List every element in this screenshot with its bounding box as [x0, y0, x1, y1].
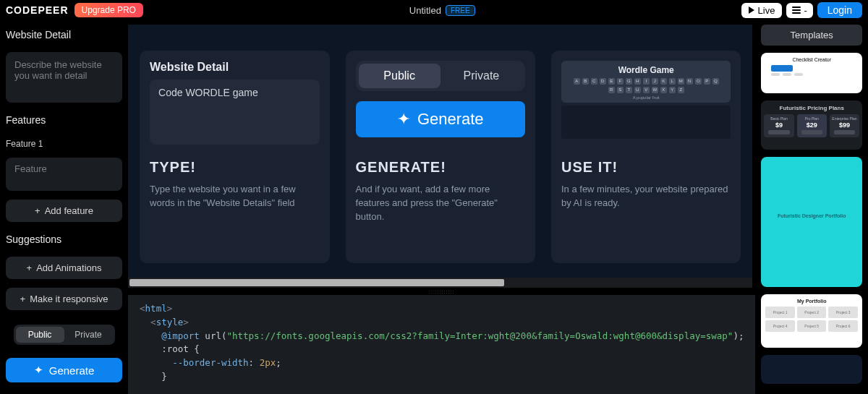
scrollbar-thumb[interactable]	[129, 279, 504, 286]
code-editor[interactable]: <html> <style> @import url("https://font…	[128, 295, 755, 394]
features-heading: Features	[6, 111, 122, 129]
plan-price: $99	[831, 121, 858, 129]
plan-price: $9	[765, 121, 792, 129]
wordle-hint: A popular fruit	[566, 95, 726, 100]
website-detail-input[interactable]: Describe the website you want in detail	[6, 52, 122, 103]
portfolio-cell: Project 4	[765, 320, 795, 332]
add-animations-button[interactable]: + Add Animations	[6, 257, 122, 279]
preview-private: Private	[441, 64, 522, 88]
visibility-private[interactable]: Private	[64, 327, 113, 343]
login-button[interactable]: Login	[817, 2, 862, 18]
add-feature-label: Add feature	[45, 205, 93, 216]
hamburger-icon	[792, 7, 801, 14]
suggestions-heading: Suggestions	[6, 231, 122, 248]
document-title[interactable]: Untitled	[409, 5, 441, 16]
sparkle-icon: ✦	[397, 110, 410, 129]
plan-name: Pro Plan	[799, 116, 825, 121]
template-my-portfolio[interactable]: My Portfolio Project 1 Project 2 Project…	[761, 294, 862, 348]
onboarding-card-useit: Wordle Game ABCDEFGHIJKLMNOPQ RSTUVWXYZ …	[551, 51, 741, 263]
visibility-toggle[interactable]: Public Private	[14, 325, 115, 345]
card-heading: GENERATE!	[356, 159, 525, 176]
plan-name: Basic Plan	[765, 116, 792, 121]
preview-visibility-toggle: Public Private	[356, 61, 525, 91]
plus-icon: +	[20, 294, 26, 304]
portfolio-cell: Project 5	[797, 320, 827, 332]
portfolio-cell: Project 3	[828, 307, 858, 318]
play-icon	[749, 7, 754, 14]
templates-button[interactable]: Templates	[761, 25, 862, 46]
portfolio-cell: Project 6	[828, 320, 858, 332]
card-desc: In a few minutes, your website prepared …	[561, 183, 731, 210]
preview-generate-label: Generate	[417, 110, 484, 129]
template-dark[interactable]	[761, 355, 862, 384]
wordle-grid	[561, 106, 731, 139]
template-thumb-strip	[771, 65, 793, 72]
template-title: Futuristic Pricing Plans	[764, 105, 859, 111]
plan-price: $29	[799, 121, 825, 129]
add-animations-label: Add Animations	[36, 262, 101, 273]
preview-generate-button: ✦ Generate	[356, 101, 525, 137]
preview-wd-label: Website Detail	[150, 61, 319, 74]
portfolio-cell: Project 2	[797, 307, 827, 318]
plus-icon: +	[27, 262, 33, 273]
wordle-preview: Wordle Game ABCDEFGHIJKLMNOPQ RSTUVWXYZ …	[561, 61, 731, 103]
horizontal-scrollbar[interactable]	[128, 278, 752, 288]
card-heading: USE IT!	[561, 159, 731, 176]
generate-button[interactable]: ✦ Generate	[6, 358, 122, 382]
template-checklist[interactable]: Checklist Creator	[761, 53, 862, 93]
upgrade-pro-button[interactable]: Upgrade PRO	[75, 3, 143, 17]
wordle-title: Wordle Game	[566, 65, 726, 75]
template-title: Checklist Creator	[765, 57, 858, 62]
make-responsive-label: Make it responsive	[30, 294, 108, 304]
card-desc: Type the website you want in a few words…	[150, 183, 319, 210]
panel-resize-handle[interactable]: ::::::::::::	[128, 288, 755, 295]
live-label: Live	[758, 5, 775, 16]
wordle-letters: ABCDEFGHIJKLMNOPQ RSTUVWXYZ	[573, 78, 719, 93]
onboarding-card-generate: Public Private ✦ Generate GENERATE! And …	[346, 51, 535, 263]
onboarding-card-type: Website Detail Code WORDLE game TYPE! Ty…	[140, 51, 329, 263]
feature-1-input[interactable]: Feature	[6, 158, 122, 191]
template-title: Futuristic Designer Portfolio	[761, 213, 862, 218]
plus-icon: +	[35, 205, 41, 216]
menu-button[interactable]: -	[786, 3, 812, 18]
template-title: My Portfolio	[765, 299, 858, 304]
sparkle-icon: ✦	[34, 364, 43, 377]
make-responsive-button[interactable]: + Make it responsive	[6, 288, 122, 310]
add-feature-button[interactable]: + Add feature	[6, 200, 122, 222]
card-heading: TYPE!	[150, 159, 319, 176]
card-desc: And if you want, add a few more features…	[356, 183, 525, 224]
visibility-public[interactable]: Public	[16, 327, 64, 343]
menu-dash: -	[804, 5, 807, 16]
portfolio-cell: Project 1	[765, 307, 795, 318]
app-logo: CODEPEER	[6, 4, 69, 16]
website-detail-heading: Website Detail	[6, 26, 122, 43]
template-pricing[interactable]: Futuristic Pricing Plans Basic Plan $9 P…	[761, 100, 862, 150]
preview-wd-input: Code WORDLE game	[150, 80, 319, 145]
preview-public: Public	[359, 64, 441, 88]
preview-stage: Website Detail Code WORDLE game TYPE! Ty…	[128, 25, 752, 278]
template-cyan-portfolio[interactable]: Futuristic Designer Portfolio	[761, 157, 862, 287]
generate-label: Generate	[49, 364, 95, 377]
feature-1-label: Feature 1	[6, 139, 122, 149]
plan-name: Enterprise Plan	[831, 116, 858, 121]
free-badge: FREE	[446, 5, 475, 16]
live-button[interactable]: Live	[741, 3, 783, 18]
